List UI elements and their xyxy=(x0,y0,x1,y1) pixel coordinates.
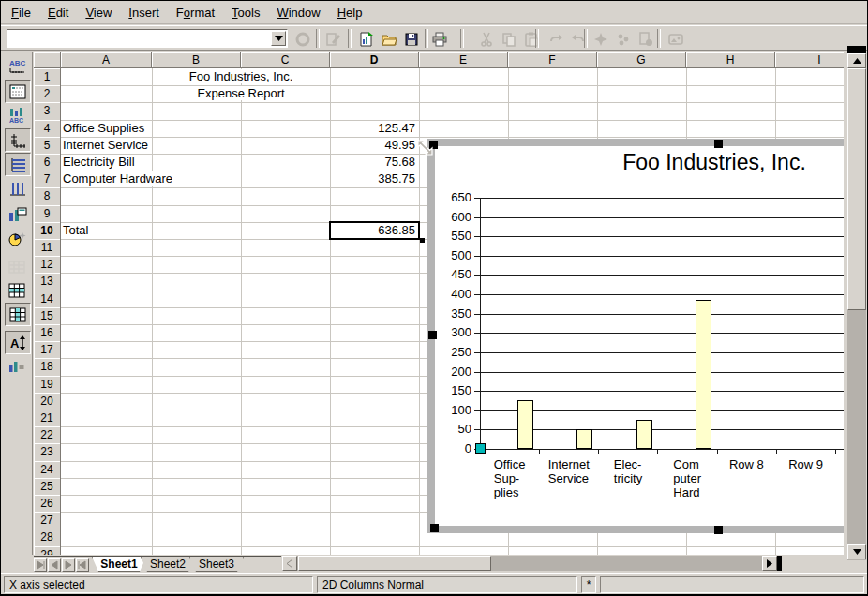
sheet-tab-sheet1[interactable]: Sheet1 xyxy=(92,557,146,572)
row-header-19[interactable]: 19 xyxy=(34,376,61,394)
row-header-1[interactable]: 1 xyxy=(34,68,61,86)
row-header-17[interactable]: 17 xyxy=(34,341,61,359)
cell-cursor-D10[interactable] xyxy=(329,221,420,240)
row-header-8[interactable]: 8 xyxy=(34,187,61,205)
row-header-2[interactable]: 2 xyxy=(34,85,61,103)
row-header-11[interactable]: 11 xyxy=(34,239,61,257)
reorganize-chart-button[interactable] xyxy=(5,354,29,376)
scroll-down-button[interactable] xyxy=(847,544,866,559)
tab-prev-button[interactable] xyxy=(48,558,61,572)
column-header-F[interactable]: F xyxy=(508,52,597,68)
cell-D5[interactable]: 49.95 xyxy=(330,137,419,154)
cell-A5[interactable]: Internet Service xyxy=(61,137,152,154)
horizontal-scrollbar[interactable] xyxy=(282,556,782,571)
chart-title[interactable]: Foo Industries, Inc. xyxy=(427,150,844,178)
cell-B1[interactable]: Foo Industries, Inc. xyxy=(152,68,330,85)
row-header-10[interactable]: 10 xyxy=(34,222,61,240)
row-header-25[interactable]: 25 xyxy=(34,478,61,496)
row-header-20[interactable]: 20 xyxy=(34,393,61,410)
data-in-columns-button[interactable] xyxy=(5,303,31,326)
row-header-27[interactable]: 27 xyxy=(34,512,61,529)
titles-on-off-button[interactable]: ABC xyxy=(5,55,29,77)
tab-next-button[interactable] xyxy=(62,558,75,572)
chart-frame-handle[interactable] xyxy=(714,526,723,534)
url-input[interactable] xyxy=(8,31,273,48)
row-header-6[interactable]: 6 xyxy=(34,154,61,171)
row-header-9[interactable]: 9 xyxy=(34,205,61,223)
column-header-G[interactable]: G xyxy=(597,52,686,68)
autoformat-chart-button[interactable] xyxy=(5,228,29,249)
cell-D7[interactable]: 385.75 xyxy=(330,171,419,187)
tab-last-button[interactable] xyxy=(76,558,89,572)
column-header-D[interactable]: D xyxy=(330,52,419,68)
x-axis-line[interactable] xyxy=(480,449,844,450)
url-dropdown-button[interactable] xyxy=(271,31,286,46)
cell-B2[interactable]: Expense Report xyxy=(152,85,330,102)
cell-A4[interactable]: Office Supplies xyxy=(61,120,152,137)
row-header-23[interactable]: 23 xyxy=(34,443,61,461)
vertical-scrollbar-thumb[interactable] xyxy=(847,68,866,310)
cell-A6[interactable]: Electricity Bill xyxy=(61,154,152,171)
url-combobox[interactable] xyxy=(7,29,288,48)
cell-A7[interactable]: Computer Hardware xyxy=(61,171,152,187)
menu-view[interactable]: View xyxy=(77,3,120,22)
print-icon[interactable] xyxy=(430,30,449,48)
scroll-right-button[interactable] xyxy=(762,556,777,571)
scroll-up-button[interactable] xyxy=(847,53,866,68)
row-header-29[interactable]: 29 xyxy=(34,546,61,555)
bar-computer-hard[interactable] xyxy=(696,300,711,449)
row-header-22[interactable]: 22 xyxy=(34,426,61,444)
column-header-C[interactable]: C xyxy=(241,52,330,68)
tab-first-button[interactable] xyxy=(34,558,47,572)
y-axis-line[interactable] xyxy=(480,198,481,450)
bar-office-supplies[interactable] xyxy=(517,400,533,449)
vertical-scrollbar[interactable] xyxy=(847,46,866,560)
row-header-5[interactable]: 5 xyxy=(34,137,61,155)
axes-titles-on-off-button[interactable]: ABC xyxy=(5,104,29,126)
column-header-H[interactable]: H xyxy=(686,52,775,68)
cell-cursor-fill-handle[interactable] xyxy=(420,238,425,243)
row-header-4[interactable]: 4 xyxy=(34,120,61,138)
row-header-12[interactable]: 12 xyxy=(34,256,61,274)
row-header-14[interactable]: 14 xyxy=(34,291,61,308)
row-header-21[interactable]: 21 xyxy=(34,410,61,427)
cell-D4[interactable]: 125.47 xyxy=(330,120,419,137)
column-header-I[interactable]: I xyxy=(775,52,844,68)
chart-frame-handle[interactable] xyxy=(714,140,723,148)
cell-A10[interactable]: Total xyxy=(61,222,152,239)
vertical-split-handle[interactable] xyxy=(847,46,866,53)
bar-internet-service[interactable] xyxy=(576,429,592,449)
horizontal-split-handle[interactable] xyxy=(777,556,782,571)
bar-electricity[interactable] xyxy=(636,420,652,449)
vertical-grid-on-off-button[interactable] xyxy=(5,177,29,199)
sheet-tab-sheet3[interactable]: Sheet3 xyxy=(189,557,244,572)
menu-format[interactable]: Format xyxy=(168,3,223,22)
open-icon[interactable] xyxy=(380,30,398,48)
menu-insert[interactable]: Insert xyxy=(120,3,168,22)
row-header-28[interactable]: 28 xyxy=(34,529,61,546)
menu-file[interactable]: File xyxy=(3,3,39,22)
scroll-left-button[interactable] xyxy=(282,556,297,571)
menu-help[interactable]: Help xyxy=(329,3,371,22)
column-header-A[interactable]: A xyxy=(61,52,152,68)
x-axis-selection-handle[interactable] xyxy=(475,443,486,454)
select-all-corner[interactable] xyxy=(34,52,61,68)
row-header-16[interactable]: 16 xyxy=(34,324,61,342)
row-header-3[interactable]: 3 xyxy=(34,102,61,120)
save-icon[interactable] xyxy=(402,30,421,48)
data-in-rows-button[interactable] xyxy=(5,279,29,301)
cell-D6[interactable]: 75.68 xyxy=(330,154,419,171)
row-header-7[interactable]: 7 xyxy=(34,171,61,188)
menu-tools[interactable]: Tools xyxy=(223,3,268,22)
row-header-24[interactable]: 24 xyxy=(34,461,61,479)
horizontal-grid-on-off-button[interactable] xyxy=(5,153,31,176)
sheet-tab-sheet2[interactable]: Sheet2 xyxy=(141,557,195,572)
chart-frame-handle[interactable] xyxy=(430,524,439,532)
scale-text-button[interactable]: A xyxy=(5,331,31,354)
horizontal-scrollbar-thumb[interactable] xyxy=(298,556,491,571)
menu-edit[interactable]: Edit xyxy=(39,3,77,22)
row-header-26[interactable]: 26 xyxy=(34,495,61,513)
new-document-icon[interactable] xyxy=(357,30,376,48)
menu-window[interactable]: Window xyxy=(268,3,328,22)
column-header-E[interactable]: E xyxy=(419,52,508,68)
